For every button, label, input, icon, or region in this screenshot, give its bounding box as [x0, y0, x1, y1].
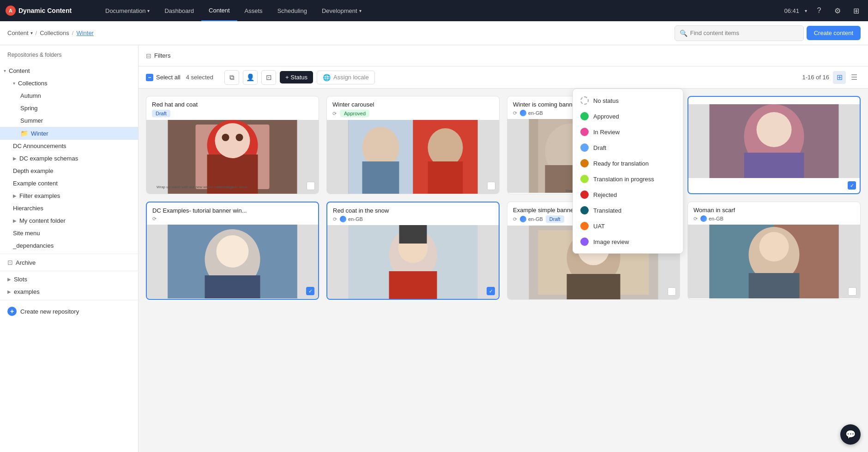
status-option-uat[interactable]: UAT	[573, 218, 683, 234]
sidebar-item-archive[interactable]: ⊡ Archive	[0, 256, 138, 269]
archive-action-button[interactable]: ⊡	[261, 70, 276, 85]
card-red-hat-coat[interactable]: Red hat and coat Draft Wrap up war	[146, 96, 319, 194]
create-content-button[interactable]: Create content	[807, 26, 861, 40]
search-icon: 🔍	[680, 30, 687, 37]
svg-point-49	[760, 232, 789, 262]
card-image	[327, 225, 499, 299]
list-view-button[interactable]: ☰	[848, 71, 861, 84]
sidebar-divider-3	[0, 300, 138, 300]
status-option-approved[interactable]: Approved	[573, 108, 683, 124]
sidebar-item-dc-announcements[interactable]: DC Announcements	[0, 140, 138, 152]
sidebar-item-my-content-folder[interactable]: ▶ My content folder	[0, 214, 138, 227]
select-all-button[interactable]: Select all	[146, 74, 181, 81]
breadcrumb-collections[interactable]: Collections	[40, 30, 69, 36]
app-grid-icon[interactable]: ⊞	[850, 4, 862, 17]
status-dot-ready-trans	[580, 159, 589, 167]
locale-badge: en-GB	[340, 216, 363, 222]
sidebar-item-content[interactable]: ▾ Content	[0, 65, 138, 77]
card-woman-in-scarf[interactable]: Woman in scarf ⟳ en-GB	[687, 202, 861, 300]
nav-documentation-arrow: ▾	[147, 8, 150, 13]
sidebar-item-autumn[interactable]: Autumn	[0, 89, 138, 102]
create-repo-button[interactable]: + Create new repository	[0, 302, 138, 321]
card-dc-examples-tutorial[interactable]: DC Examples- tutorial banner win... ⟳	[146, 202, 319, 300]
nav-assets[interactable]: Assets	[237, 0, 270, 21]
svg-rect-26	[744, 153, 804, 178]
svg-point-27	[757, 112, 792, 147]
card-checkbox[interactable]	[306, 287, 314, 295]
time-dropdown-icon[interactable]: ▾	[805, 8, 807, 13]
nav-scheduling[interactable]: Scheduling	[270, 0, 314, 21]
sidebar-item-dc-example-schemas[interactable]: ▶ DC example schemas	[0, 152, 138, 165]
card-unknown-1[interactable]	[687, 96, 861, 194]
card-winter-carousel[interactable]: Winter carousel ⟳ Approved	[326, 96, 500, 194]
status-option-draft[interactable]: Draft	[573, 140, 683, 155]
status-option-image-review[interactable]: Image review	[573, 234, 683, 250]
card-checkbox[interactable]	[668, 287, 676, 296]
breadcrumb-bar: Content ▾ / Collections / Winter 🔍 Creat…	[0, 21, 868, 45]
svg-text:Prices to smile about.: Prices to smile about.	[217, 185, 248, 189]
pagination: 1-16 of 16 ⊞ ☰	[802, 71, 861, 84]
breadcrumb-content[interactable]: Content ▾	[7, 30, 33, 36]
nav-dashboard[interactable]: Dashboard	[157, 0, 201, 21]
breadcrumb-sep-1: /	[36, 30, 37, 36]
nav-documentation[interactable]: Documentation ▾	[98, 0, 157, 21]
card-checkbox[interactable]	[487, 287, 495, 295]
settings-icon[interactable]: ⚙	[831, 4, 844, 17]
breadcrumb-content-dropdown[interactable]: ▾	[30, 30, 33, 36]
selection-bar: Select all 4 selected ⧉ 👤 ⊡ + Status 🌐 A…	[139, 66, 868, 89]
view-toggle: ⊞ ☰	[833, 71, 861, 84]
status-button[interactable]: + Status	[280, 71, 313, 83]
card-image: Wrap up warm with our new winter coats r…	[146, 120, 319, 194]
sidebar-divider-2	[0, 271, 138, 271]
sync-icon: ⟳	[693, 216, 698, 222]
sidebar-item-summer[interactable]: Summer	[0, 114, 138, 127]
sidebar-item-slots[interactable]: ▶ Slots	[0, 273, 138, 285]
sidebar-item-filter-examples[interactable]: ▶ Filter examples	[0, 190, 138, 202]
sidebar-item-dependancies[interactable]: _dependancies	[0, 239, 138, 252]
sync-icon: ⟳	[152, 216, 157, 222]
locale-badge: en-GB	[520, 110, 543, 116]
user-assign-button[interactable]: 👤	[243, 70, 258, 85]
status-dropdown: No status Approved In Review Draft Ready…	[573, 89, 683, 254]
winter-icon: 📁	[20, 130, 28, 137]
sidebar-item-winter[interactable]: 📁 Winter	[0, 127, 138, 140]
status-option-no-status[interactable]: No status	[573, 93, 683, 108]
locale-badge: en-GB	[700, 215, 723, 222]
sidebar-item-depth-example[interactable]: Depth example	[0, 165, 138, 177]
sidebar-collections-label: Collections	[18, 80, 48, 87]
brand-logo: A	[6, 6, 16, 16]
grid-view-button[interactable]: ⊞	[833, 71, 846, 84]
sidebar-item-site-menu[interactable]: Site menu	[0, 227, 138, 239]
filters-button[interactable]: ⊟ Filters	[146, 52, 170, 59]
select-all-checkbox[interactable]	[146, 74, 153, 81]
status-option-in-review[interactable]: In Review	[573, 124, 683, 140]
sidebar-item-example-content[interactable]: Example content	[0, 177, 138, 190]
breadcrumb-winter[interactable]: Winter	[76, 30, 94, 36]
selected-count: 4 selected	[186, 74, 213, 81]
nav-content[interactable]: Content	[201, 0, 237, 21]
svg-rect-38	[399, 225, 427, 244]
card-red-coat-snow[interactable]: Red coat in the snow ⟳ en-GB	[326, 202, 500, 300]
sidebar-item-spring[interactable]: Spring	[0, 102, 138, 114]
search-input[interactable]	[690, 30, 799, 36]
status-option-translated[interactable]: Translated	[573, 202, 683, 218]
assign-locale-button[interactable]: 🌐 Assign locale	[317, 71, 375, 84]
brand-name: Dynamic Content	[18, 7, 72, 14]
content-caret: ▾	[4, 68, 6, 73]
help-icon[interactable]: ?	[813, 4, 826, 17]
status-option-trans-progress[interactable]: Translation in progress	[573, 171, 683, 187]
action-icons: ⧉ 👤 ⊡	[224, 70, 276, 85]
card-checkbox[interactable]	[848, 181, 856, 190]
sidebar-item-hierarchies[interactable]: Hierarchies	[0, 202, 138, 214]
nav-development[interactable]: Development ▾	[314, 0, 369, 21]
card-checkbox[interactable]	[307, 182, 315, 190]
chat-button[interactable]: 💬	[840, 424, 861, 445]
status-option-ready-translation[interactable]: Ready for translation	[573, 155, 683, 171]
card-checkbox[interactable]	[848, 287, 856, 296]
status-option-rejected[interactable]: Rejected	[573, 187, 683, 202]
sidebar-item-collections[interactable]: ▾ Collections	[0, 77, 138, 89]
duplicate-button[interactable]: ⧉	[224, 70, 239, 85]
card-checkbox[interactable]	[487, 182, 495, 190]
svg-rect-15	[428, 161, 463, 194]
sidebar-item-examples[interactable]: ▶ examples	[0, 285, 138, 298]
